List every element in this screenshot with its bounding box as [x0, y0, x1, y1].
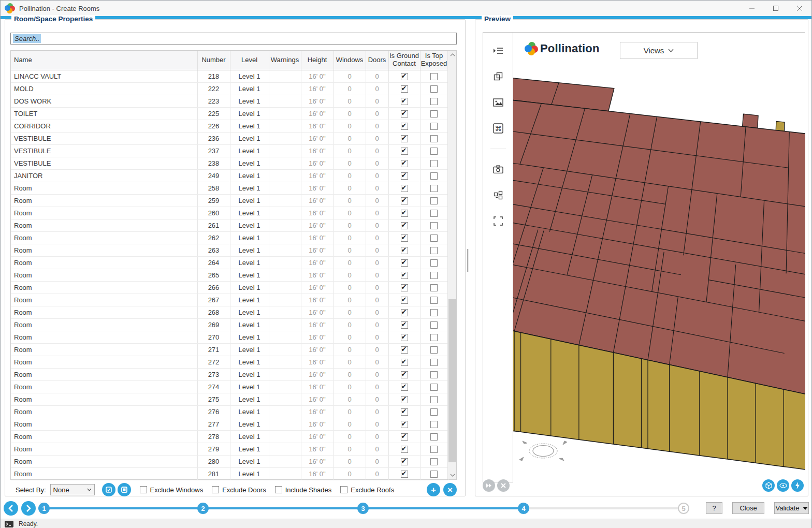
cancel-icon[interactable] [497, 479, 510, 492]
select-by-dropdown[interactable]: None [50, 484, 95, 495]
ground-contact-checkbox[interactable] [401, 210, 408, 217]
column-header[interactable]: Number [197, 51, 230, 70]
top-exposed-checkbox[interactable] [430, 135, 438, 142]
ground-contact-checkbox[interactable] [401, 222, 408, 229]
checkbox-box[interactable] [275, 486, 282, 493]
add-row-icon[interactable]: + [427, 483, 440, 496]
column-header[interactable]: Height [301, 51, 334, 70]
table-row[interactable]: VESTIBULE237Level 116' 0"00 [11, 144, 448, 157]
table-row[interactable]: Room261Level 116' 0"00 [11, 219, 448, 231]
views-dropdown[interactable]: Views [620, 42, 698, 59]
ground-contact-checkbox[interactable] [401, 160, 408, 167]
camera-icon[interactable] [492, 164, 504, 175]
ground-contact-checkbox[interactable] [401, 421, 408, 428]
layers-list-icon[interactable] [492, 45, 504, 56]
table-row[interactable]: Room271Level 116' 0"00 [11, 343, 448, 356]
top-exposed-checkbox[interactable] [430, 309, 438, 316]
column-header[interactable]: Is Ground Contact [388, 51, 420, 70]
ground-contact-checkbox[interactable] [401, 247, 408, 254]
table-row[interactable]: Room258Level 116' 0"00 [11, 182, 448, 194]
checkbox-box[interactable] [340, 486, 347, 493]
ground-contact-checkbox[interactable] [401, 309, 408, 316]
table-row[interactable]: LINACC VAULT218Level 116' 0"00 [11, 70, 448, 82]
ground-contact-checkbox[interactable] [401, 148, 408, 155]
top-exposed-checkbox[interactable] [430, 185, 438, 192]
top-exposed-checkbox[interactable] [430, 396, 438, 403]
table-row[interactable]: Room269Level 116' 0"00 [11, 318, 448, 331]
top-exposed-checkbox[interactable] [430, 284, 438, 291]
top-exposed-checkbox[interactable] [430, 458, 438, 465]
table-row[interactable]: Room267Level 116' 0"00 [11, 294, 448, 306]
table-row[interactable]: Room278Level 116' 0"00 [11, 430, 448, 443]
table-row[interactable]: Room263Level 116' 0"00 [11, 244, 448, 256]
scrollbar-thumb[interactable] [448, 299, 456, 462]
ground-contact-checkbox[interactable] [401, 297, 408, 304]
top-exposed-checkbox[interactable] [430, 123, 438, 130]
search-input[interactable]: Search.. [10, 33, 457, 45]
table-row[interactable]: JANITOR249Level 116' 0"00 [11, 169, 448, 182]
column-header[interactable]: Is Top Exposed [420, 51, 448, 70]
maximize-button[interactable] [764, 1, 788, 16]
ground-contact-checkbox[interactable] [401, 396, 408, 403]
ground-contact-checkbox[interactable] [401, 471, 408, 478]
ground-contact-checkbox[interactable] [401, 334, 408, 341]
column-header[interactable]: Windows [334, 51, 366, 70]
top-exposed-checkbox[interactable] [430, 98, 438, 105]
wizard-step-2[interactable]: 2 [197, 503, 209, 514]
wizard-step-4[interactable]: 4 [518, 503, 529, 514]
top-exposed-checkbox[interactable] [430, 197, 438, 204]
eye-icon[interactable] [777, 479, 789, 492]
top-exposed-checkbox[interactable] [430, 110, 438, 118]
top-exposed-checkbox[interactable] [430, 247, 438, 254]
check-all-icon[interactable] [102, 483, 115, 496]
image-icon[interactable] [492, 97, 504, 108]
table-scrollbar[interactable] [447, 51, 456, 479]
top-exposed-checkbox[interactable] [430, 446, 438, 453]
table-row[interactable]: Room281Level 116' 0"00 [11, 467, 448, 480]
wizard-step-1[interactable]: 1 [38, 503, 50, 514]
table-row[interactable]: Room280Level 116' 0"00 [11, 455, 448, 467]
fullscreen-icon[interactable] [492, 215, 504, 227]
next-step-button[interactable] [21, 501, 36, 516]
top-exposed-checkbox[interactable] [430, 297, 438, 304]
ground-contact-checkbox[interactable] [401, 110, 408, 118]
help-button[interactable]: ? [706, 502, 722, 514]
top-exposed-checkbox[interactable] [430, 85, 438, 93]
command-icon[interactable]: ⌘ [492, 123, 504, 134]
option-checkbox[interactable]: Exclude Roofs [340, 486, 394, 494]
table-row[interactable]: DOS WORK223Level 116' 0"00 [11, 95, 448, 107]
ground-contact-checkbox[interactable] [401, 123, 408, 130]
top-exposed-checkbox[interactable] [430, 160, 438, 167]
column-header[interactable]: Level [230, 51, 269, 70]
top-exposed-checkbox[interactable] [430, 384, 438, 391]
table-row[interactable]: CORRIDOR226Level 116' 0"00 [11, 120, 448, 132]
top-exposed-checkbox[interactable] [430, 421, 438, 428]
previous-step-button[interactable] [4, 501, 18, 516]
ground-contact-checkbox[interactable] [401, 259, 408, 267]
top-exposed-checkbox[interactable] [430, 334, 438, 341]
ground-contact-checkbox[interactable] [401, 185, 408, 192]
ground-contact-checkbox[interactable] [401, 197, 408, 204]
top-exposed-checkbox[interactable] [430, 210, 438, 217]
close-dialog-button[interactable]: Close [732, 502, 764, 514]
ground-contact-checkbox[interactable] [401, 433, 408, 441]
ground-contact-checkbox[interactable] [401, 458, 408, 465]
scroll-up-icon[interactable] [448, 51, 457, 59]
top-exposed-checkbox[interactable] [430, 172, 438, 180]
ground-contact-checkbox[interactable] [401, 446, 408, 453]
top-exposed-checkbox[interactable] [430, 346, 438, 354]
ground-contact-checkbox[interactable] [401, 135, 408, 142]
top-exposed-checkbox[interactable] [430, 321, 438, 329]
table-row[interactable]: Room275Level 116' 0"00 [11, 393, 448, 405]
table-row[interactable]: Room268Level 116' 0"00 [11, 306, 448, 318]
top-exposed-checkbox[interactable] [430, 148, 438, 155]
top-exposed-checkbox[interactable] [430, 259, 438, 267]
table-row[interactable]: TOILET225Level 116' 0"00 [11, 107, 448, 120]
ground-contact-checkbox[interactable] [401, 359, 408, 366]
table-row[interactable]: Room277Level 116' 0"00 [11, 418, 448, 430]
cube-icon[interactable] [762, 479, 775, 492]
option-checkbox[interactable]: Exclude Windows [140, 486, 204, 494]
ground-contact-checkbox[interactable] [401, 85, 408, 93]
top-exposed-checkbox[interactable] [430, 471, 438, 478]
table-row[interactable]: Room279Level 116' 0"00 [11, 443, 448, 455]
